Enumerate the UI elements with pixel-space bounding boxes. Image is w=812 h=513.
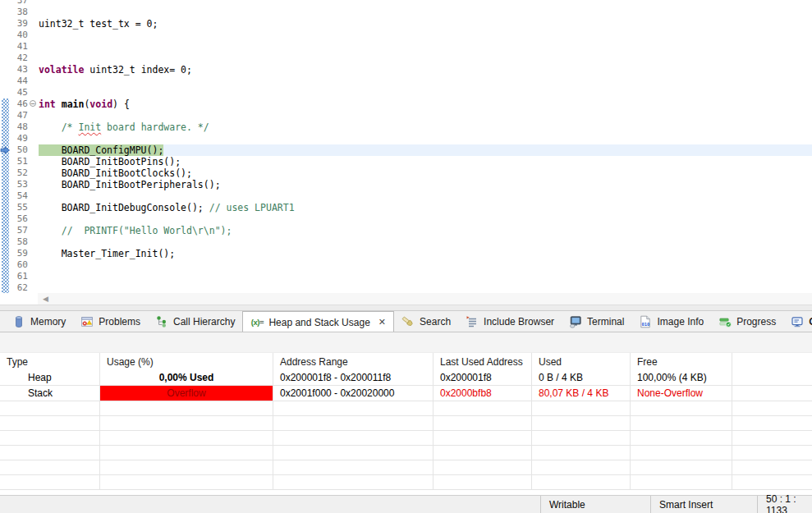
editor-panel-sash[interactable] bbox=[0, 305, 812, 310]
tab-label: Memory bbox=[30, 316, 66, 327]
tab-include-browser[interactable]: Include Browser bbox=[458, 311, 562, 332]
heap-stack-usage-icon: (x)= bbox=[250, 316, 264, 329]
cell-used: 0 B / 4 KB bbox=[532, 370, 631, 385]
code-line[interactable]: 39uint32_t test_tx = 0; bbox=[0, 18, 812, 30]
fold-column bbox=[28, 213, 39, 225]
table-empty-row[interactable] bbox=[0, 416, 812, 431]
instruction-pointer-icon bbox=[0, 144, 11, 156]
fold-column bbox=[28, 53, 39, 64]
column-header-type[interactable]: Type bbox=[0, 353, 100, 370]
code-line[interactable]: 57 // PRINTF("Hello World\r\n"); bbox=[0, 225, 812, 236]
cell-used: 80,07 KB / 4 KB bbox=[532, 386, 631, 401]
scroll-left-icon[interactable]: ◀ bbox=[38, 295, 48, 303]
code-line[interactable]: 40 bbox=[0, 30, 812, 41]
tab-problems[interactable]: Problems bbox=[73, 311, 148, 332]
status-writable: Writable bbox=[540, 496, 650, 513]
code-line[interactable]: 60 bbox=[0, 259, 812, 271]
column-header-free[interactable]: Free bbox=[631, 353, 732, 370]
fold-column bbox=[28, 259, 39, 271]
tab-call-hierarchy[interactable]: Call Hierarchy bbox=[148, 311, 242, 332]
empty-cell bbox=[434, 475, 532, 489]
empty-cell bbox=[0, 401, 100, 415]
code-line[interactable]: 52 BOARD_InitBootClocks(); bbox=[0, 167, 812, 179]
status-spacer bbox=[0, 496, 540, 513]
cell-type: Heap bbox=[0, 370, 100, 385]
code-editor[interactable]: 373839uint32_t test_tx = 0;40414243volat… bbox=[0, 0, 812, 293]
empty-cell bbox=[0, 446, 100, 460]
code-line[interactable]: 45 bbox=[0, 87, 812, 98]
empty-cell bbox=[273, 431, 434, 445]
close-icon[interactable]: ✕ bbox=[378, 317, 386, 327]
fold-column bbox=[28, 225, 39, 236]
column-header-usage[interactable]: Usage (%) bbox=[100, 353, 273, 370]
code-line[interactable]: 47 bbox=[0, 110, 812, 121]
code-line[interactable]: 61 bbox=[0, 271, 812, 282]
code-line[interactable]: 51 BOARD_InitBootPins(); bbox=[0, 156, 812, 167]
line-number: 45 bbox=[0, 87, 28, 98]
fold-column bbox=[28, 18, 39, 30]
view-toolbar bbox=[0, 332, 812, 352]
line-number: 44 bbox=[0, 76, 28, 87]
empty-cell bbox=[732, 401, 812, 415]
table-row-stack[interactable]: StackOverflow0x2001f000 - 0x200200000x20… bbox=[0, 386, 812, 401]
table-row-heap[interactable]: Heap0,00% Used0x200001f8 - 0x200011f80x2… bbox=[0, 370, 812, 386]
view-tab-bar: MemoryProblemsCall Hierarchy(x)=Heap and… bbox=[0, 310, 812, 332]
code-line[interactable]: 43volatile uint32_t index= 0; bbox=[0, 64, 812, 76]
column-header-address-range[interactable]: Address Range bbox=[273, 353, 434, 370]
code-line[interactable]: 55 BOARD_InitDebugConsole(); // uses LPU… bbox=[0, 202, 812, 213]
empty-cell bbox=[273, 416, 434, 430]
table-empty-row[interactable] bbox=[0, 446, 812, 460]
table-empty-row[interactable] bbox=[0, 460, 812, 475]
column-header-used[interactable]: Used bbox=[532, 353, 631, 370]
code-line[interactable]: 41 bbox=[0, 41, 812, 53]
tab-terminal[interactable]: Terminal bbox=[562, 311, 631, 332]
empty-cell bbox=[273, 446, 434, 460]
empty-cell bbox=[434, 401, 532, 415]
status-cursor-position: 50 : 1 : 1133 bbox=[757, 496, 812, 513]
code-line[interactable]: 53 BOARD_InitBootPeripherals(); bbox=[0, 179, 812, 190]
empty-cell bbox=[434, 446, 532, 460]
code-line[interactable]: 38 bbox=[0, 7, 812, 18]
fold-collapse-icon[interactable]: − bbox=[30, 100, 36, 107]
table-empty-row[interactable] bbox=[0, 401, 812, 416]
code-line[interactable]: 59 Master_Timer_Init(); bbox=[0, 248, 812, 259]
code-line[interactable]: 56 bbox=[0, 213, 812, 225]
fold-column bbox=[28, 271, 39, 282]
code-line[interactable]: 58 bbox=[0, 236, 812, 248]
empty-cell bbox=[434, 431, 532, 445]
empty-cell bbox=[100, 460, 273, 474]
svg-text:010: 010 bbox=[642, 322, 650, 327]
code-line[interactable]: 50 BOARD_ConfigMPU(); bbox=[0, 144, 812, 156]
tab-label: Call Hierarchy bbox=[173, 316, 235, 327]
code-line[interactable]: 54 bbox=[0, 190, 812, 202]
fold-column bbox=[28, 167, 39, 179]
line-number: 37 bbox=[0, 0, 28, 7]
code-line[interactable]: 46−int main(void) { bbox=[0, 98, 812, 110]
tab-progress[interactable]: Progress bbox=[711, 311, 783, 332]
terminal-icon bbox=[569, 315, 582, 328]
horizontal-scrollbar[interactable]: ◀ bbox=[38, 293, 812, 305]
code-line[interactable]: 42 bbox=[0, 53, 812, 64]
tab-memory[interactable]: Memory bbox=[5, 311, 73, 332]
empty-cell bbox=[434, 416, 532, 430]
tab-search[interactable]: Search bbox=[394, 311, 458, 332]
empty-cell bbox=[273, 460, 434, 474]
code-line[interactable]: 49 bbox=[0, 133, 812, 144]
code-line[interactable]: 44 bbox=[0, 76, 812, 87]
column-header-last-used-address[interactable]: Last Used Address bbox=[434, 353, 532, 370]
fold-column bbox=[28, 179, 39, 190]
tab-image-info[interactable]: 010Image Info bbox=[631, 311, 711, 332]
cell-free: 100,00% (4 KB) bbox=[631, 370, 732, 385]
empty-cell bbox=[732, 460, 812, 474]
table-empty-row[interactable] bbox=[0, 431, 812, 446]
tab-console[interactable]: Console bbox=[783, 311, 812, 332]
empty-cell bbox=[100, 475, 273, 489]
column-header-spacer[interactable] bbox=[732, 353, 812, 370]
tab-label: Image Info bbox=[657, 316, 704, 327]
code-line[interactable]: 37 bbox=[0, 0, 812, 7]
code-line[interactable]: 62 bbox=[0, 282, 812, 293]
tab-heap-and-stack-usage[interactable]: (x)=Heap and Stack Usage✕ bbox=[242, 311, 394, 332]
code-line[interactable]: 48 /* Init board hardware. */ bbox=[0, 121, 812, 133]
table-empty-row[interactable] bbox=[0, 475, 812, 490]
empty-cell bbox=[732, 416, 812, 430]
